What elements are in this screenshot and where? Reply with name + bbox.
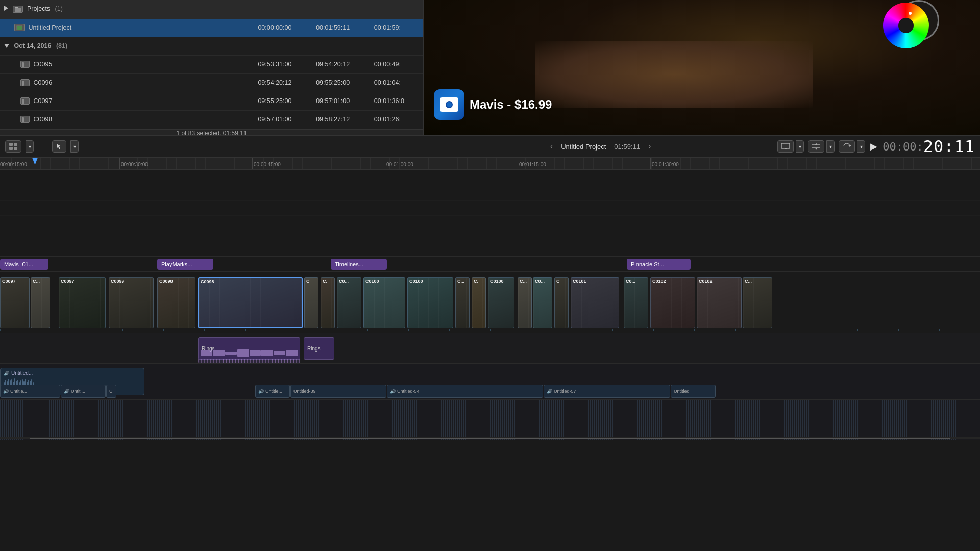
clip-grid bbox=[488, 278, 514, 328]
date-group-count: (81) bbox=[56, 42, 67, 49]
video-clip-c0100-2[interactable]: C0100 bbox=[407, 277, 453, 328]
sub-speaker-2: 🔊 bbox=[64, 389, 69, 394]
clip-label-c-dot: C. bbox=[323, 279, 327, 284]
sub-label-end: Untitled bbox=[674, 389, 690, 394]
view-dropdown-button[interactable]: ▾ bbox=[26, 140, 34, 153]
clip-label-c0100-2: C0100 bbox=[409, 279, 423, 284]
video-clip-c0-dots[interactable]: C0... bbox=[337, 277, 361, 328]
trim-tool-button[interactable] bbox=[808, 140, 824, 153]
subtitle-untitled54[interactable]: 🔊 Untitled-54 bbox=[387, 385, 543, 398]
subtitle-untitled39[interactable]: Untitled-39 bbox=[290, 385, 386, 398]
clip-grid bbox=[651, 278, 695, 328]
video-clip-c0102-2[interactable]: C0102 bbox=[697, 277, 742, 328]
project-icon bbox=[13, 6, 23, 13]
clip-grid bbox=[337, 278, 361, 328]
track-grid-lines bbox=[0, 170, 980, 256]
sub-label-57: Untitled-57 bbox=[554, 389, 576, 394]
app-icon bbox=[434, 89, 464, 120]
clip-label-c-short-2: C bbox=[306, 279, 310, 284]
app-icon-lens bbox=[446, 101, 453, 108]
video-clip-c0100-3[interactable]: C0100 bbox=[488, 277, 514, 328]
timecode-large: 20:11 bbox=[923, 137, 975, 156]
video-clip-c0097-1[interactable]: C0097 bbox=[0, 277, 30, 328]
color-wheel-container bbox=[883, 3, 929, 48]
loop-dropdown[interactable]: ▾ bbox=[857, 140, 865, 153]
video-clip-c0-dots-2[interactable]: C0... bbox=[533, 277, 552, 328]
untitled-project-label: Untitled Project bbox=[28, 24, 71, 31]
video-clip-c0098-selected[interactable]: C0098 bbox=[198, 277, 303, 328]
clip-row-c0095[interactable]: C0095 09:53:31:00 09:54:20:12 00:00:49: bbox=[0, 55, 423, 73]
subtitle-u[interactable]: U bbox=[106, 385, 116, 398]
ruler-tick-4: 00:01:15:00 bbox=[519, 158, 546, 169]
marker-pinnacle[interactable]: Pinnacle St... bbox=[627, 259, 691, 270]
clip-dur-c0097: 00:01:36:0 bbox=[370, 92, 423, 110]
video-clip-c-dots-1[interactable]: C... bbox=[455, 277, 470, 328]
clip-row-c0098[interactable]: C0098 09:57:01:00 09:58:27:12 00:01:26: bbox=[0, 110, 423, 129]
clip-label-c0102-1: C0102 bbox=[652, 279, 666, 284]
clip-row-c0096[interactable]: C0096 09:54:20:12 09:55:25:00 00:01:04: bbox=[0, 73, 423, 92]
clip-end-c0096: 09:55:25:00 bbox=[312, 73, 370, 92]
monitor-view-dropdown[interactable]: ▾ bbox=[796, 140, 804, 153]
video-clip-c0101[interactable]: C0101 bbox=[571, 277, 619, 328]
trim-dropdown[interactable]: ▾ bbox=[826, 140, 835, 153]
video-clip-c-short-2[interactable]: C bbox=[304, 277, 318, 328]
marker-timelines[interactable]: Timelines... bbox=[331, 259, 387, 270]
sub-label-u: U bbox=[109, 389, 113, 394]
color-wheel[interactable] bbox=[883, 3, 929, 48]
next-arrow[interactable]: › bbox=[648, 142, 651, 151]
video-clip-c0098-1[interactable]: C0098 bbox=[157, 277, 195, 328]
title-speaker-icon: 🔊 bbox=[4, 371, 9, 376]
bottom-scrollbar[interactable] bbox=[0, 437, 980, 439]
projects-collapse-icon[interactable] bbox=[4, 6, 8, 11]
clip-grid bbox=[743, 278, 772, 328]
video-clip-c0100-1[interactable]: C0100 bbox=[363, 277, 405, 328]
video-clip-c0097-2[interactable]: C0097 bbox=[59, 277, 106, 328]
video-clip-c0-dots-3[interactable]: C0... bbox=[624, 277, 648, 328]
subtitle-untitled57[interactable]: 🔊 Untitled-57 bbox=[544, 385, 670, 398]
clip-grid bbox=[408, 278, 453, 328]
play-button[interactable]: ▶ bbox=[870, 141, 877, 152]
subtitle-untitle-2[interactable]: 🔊 Untitl... bbox=[61, 385, 106, 398]
marker-pinnacle-label: Pinnacle St... bbox=[631, 261, 664, 267]
untitled-project-row[interactable]: Untitled Project 00:00:00:00 00:01:59:11… bbox=[0, 18, 423, 37]
clip-label-c0097-1: C0097 bbox=[2, 279, 16, 284]
video-clip-c-short-1[interactable]: C... bbox=[31, 277, 50, 328]
clip-label-c-dots-1: C... bbox=[457, 279, 464, 284]
projects-row[interactable]: Projects (1) bbox=[0, 0, 423, 18]
marker-playmarks[interactable]: PlayMarks... bbox=[157, 259, 213, 270]
ruler-tick-2: 00:00:45:00 bbox=[254, 158, 281, 169]
untitled-start: 00:00:00:00 bbox=[254, 18, 312, 37]
projects-count: (1) bbox=[55, 5, 63, 12]
marker-timelines-label: Timelines... bbox=[335, 261, 363, 267]
video-clip-c-dots-3[interactable]: C... bbox=[743, 277, 772, 328]
timeline-project-title: Untitled Project bbox=[561, 143, 606, 151]
audio-clip-rings-2[interactable]: Rings bbox=[304, 337, 334, 360]
ruler-line-3 bbox=[385, 158, 385, 169]
video-clip-c0097-3[interactable]: C0097 bbox=[109, 277, 154, 328]
video-clip-c0102-1[interactable]: C0102 bbox=[650, 277, 695, 328]
video-clip-c-dot-2[interactable]: C. bbox=[472, 277, 486, 328]
clip-start-c0098: 09:57:01:00 bbox=[254, 110, 312, 129]
clip-dur-c0098: 00:01:26: bbox=[370, 110, 423, 129]
prev-arrow[interactable]: ‹ bbox=[550, 142, 553, 151]
bottom-scrollbar-thumb[interactable] bbox=[30, 438, 951, 439]
video-clip-c-short-3[interactable]: C bbox=[554, 277, 569, 328]
date-group-collapse-icon[interactable] bbox=[4, 44, 9, 48]
view-mode-button[interactable] bbox=[5, 140, 21, 153]
clip-label-c0-dots-3: C0... bbox=[626, 279, 635, 284]
date-group-row[interactable]: Oct 14, 2016 (81) bbox=[0, 37, 423, 55]
ruler-line-4 bbox=[518, 158, 518, 169]
select-tool-button[interactable] bbox=[52, 140, 66, 153]
subtitle-untitle-1[interactable]: 🔊 Untitle... bbox=[0, 385, 60, 398]
clip-icon-c0096 bbox=[20, 79, 30, 86]
select-tool-dropdown[interactable]: ▾ bbox=[70, 140, 79, 153]
subtitle-untitle-3[interactable]: 🔊 Untitle... bbox=[255, 385, 290, 398]
video-clip-c-dot[interactable]: C. bbox=[321, 277, 335, 328]
loop-button[interactable] bbox=[839, 140, 855, 153]
marker-mavis[interactable]: Mavis -01... bbox=[0, 259, 48, 270]
video-clip-c-dots-2[interactable]: C... bbox=[518, 277, 532, 328]
subtitle-untitled-end[interactable]: Untitled bbox=[671, 385, 716, 398]
audio-clip-rings-1[interactable]: Rings bbox=[198, 337, 300, 360]
clip-row-c0097[interactable]: C0097 09:55:25:00 09:57:01:00 00:01:36:0 bbox=[0, 92, 423, 110]
monitor-view-button[interactable] bbox=[777, 140, 794, 153]
